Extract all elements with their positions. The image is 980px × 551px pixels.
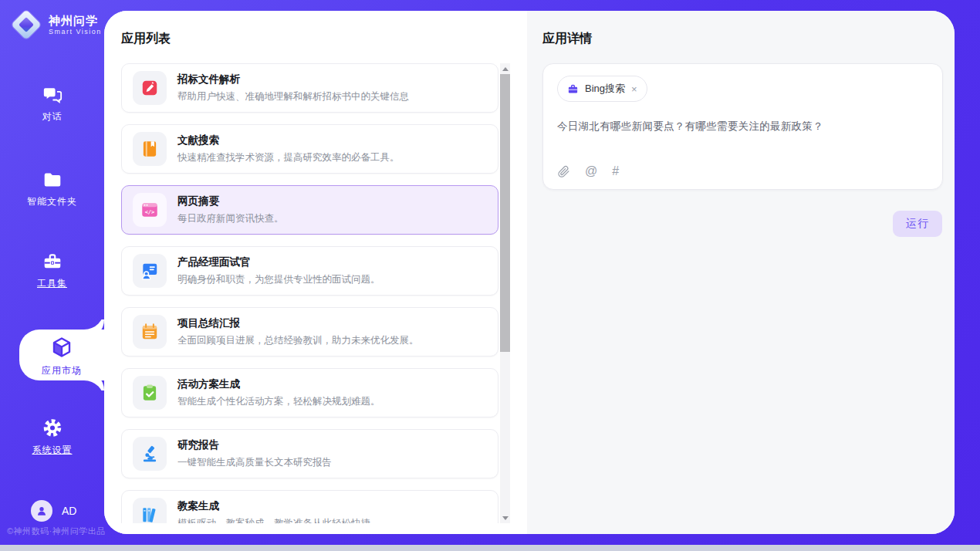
tag-close-icon[interactable]: × [631,84,637,94]
content-shell: 应用列表 招标文件解析 帮助用户快速、准确地理解和解析招标书中的关键信息 [104,11,955,534]
brand-name: 神州问学 [49,14,102,27]
user-initials: AD [62,505,76,517]
app-desc: 一键智能生成高质量长文本研究报告 [177,456,332,469]
page-bottom-strip [0,545,980,551]
chat-icon [42,85,63,105]
sidebar-item-label: 系统设置 [0,444,104,457]
app-card-web-summary[interactable]: </> 网页摘要 每日政府新闻资讯快查。 [121,185,498,235]
app-desc: 全面回顾项目进展，总结经验教训，助力未来优化发展。 [177,334,419,347]
mention-icon[interactable]: @ [585,164,597,178]
sidebar-item-label: 应用市场 [19,364,104,377]
brand-subtitle: Smart Vision [49,28,102,35]
browser-code-icon: </> [133,193,167,227]
book-icon [133,132,167,166]
app-card-pm-interviewer[interactable]: 产品经理面试官 明确身份和职责，为您提供专业性的面试问题。 [121,246,498,296]
sidebar-item-chat[interactable]: 对话 [0,85,104,123]
hashtag-icon[interactable]: # [612,164,619,178]
sidebar-item-label: 智能文件夹 [0,195,104,208]
sidebar-item-smart-folder[interactable]: 智能文件夹 [0,170,104,208]
query-input-text[interactable]: 今日湖北有哪些新闻要点？有哪些需要关注的最新政策？ [557,120,928,134]
app-title: 招标文件解析 [177,73,409,86]
app-title: 研究报告 [177,438,332,452]
avatar [31,500,52,522]
person-icon [35,505,48,517]
app-desc: 帮助用户快速、准确地理解和解析招标书中的关键信息 [177,90,409,103]
brand-logo: 神州问学 Smart Vision [10,8,102,41]
app-card-activity-plan[interactable]: 活动方案生成 智能生成个性化活动方案，轻松解决规划难题。 [121,368,498,417]
sidebar-item-toolset[interactable]: 工具集 [0,252,104,290]
toolbox-icon [42,252,63,272]
sidebar-item-app-market[interactable]: 应用市场 [19,330,104,380]
query-composer[interactable]: Bing搜索 × 今日湖北有哪些新闻要点？有哪些需要关注的最新政策？ @ # [542,63,943,190]
user-account[interactable]: AD [31,500,76,522]
app-title: 教案生成 [177,499,370,513]
app-detail-title: 应用详情 [542,31,943,47]
app-card-list: 招标文件解析 帮助用户快速、准确地理解和解析招标书中的关键信息 文献搜索 [121,63,498,523]
app-list-scrollbar[interactable] [500,63,510,523]
app-desc: 智能生成个性化活动方案，轻松解决规划难题。 [177,395,380,408]
sidebar-item-label: 工具集 [0,277,104,290]
svg-text:</>: </> [145,208,155,215]
tool-tag-label: Bing搜索 [585,82,625,96]
document-edit-icon [133,71,167,105]
paperclip-icon[interactable] [557,165,570,178]
app-desc: 快速精准查找学术资源，提高研究效率的必备工具。 [177,151,400,164]
sidebar: 神州问学 Smart Vision 对话 智能文件夹 [0,0,104,545]
app-card-lesson-plan[interactable]: 教案生成 模板驱动，教案秒成，教学准备从此轻松快捷 [121,490,498,523]
tool-tag-bing-search[interactable]: Bing搜索 × [557,76,647,102]
clipboard-check-icon [133,376,167,410]
sidebar-item-settings[interactable]: 系统设置 [0,417,104,457]
app-shell: 神州问学 Smart Vision 对话 智能文件夹 [0,0,980,545]
scroll-down-arrow-icon[interactable] [500,512,510,523]
gear-icon [42,417,63,438]
cube-icon [50,336,73,359]
books-icon [133,498,167,523]
app-list-panel: 应用列表 招标文件解析 帮助用户快速、准确地理解和解析招标书中的关键信息 [104,11,527,534]
sidebar-item-label: 对话 [0,110,104,123]
folder-icon [42,170,63,190]
app-desc: 模板驱动，教案秒成，教学准备从此轻松快捷 [177,517,370,523]
app-title: 活动方案生成 [177,377,380,391]
brand-diamond-icon [10,8,42,41]
app-title: 文献搜索 [177,134,400,147]
microscope-icon [133,437,167,471]
app-desc: 明确身份和职责，为您提供专业性的面试问题。 [177,273,380,286]
run-button[interactable]: 运行 [893,211,942,237]
app-title: 项目总结汇报 [177,316,419,330]
briefcase-icon [567,83,579,95]
app-list-title: 应用列表 [104,11,527,47]
calendar-report-icon [133,315,167,349]
app-detail-panel: 应用详情 Bing搜索 × 今日湖北有哪些新闻要点？有哪些需要关注的最新政策？ [527,11,955,534]
scrollbar-thumb[interactable] [500,74,510,352]
app-desc: 每日政府新闻资讯快查。 [177,212,284,225]
app-title: 网页摘要 [177,194,284,208]
presenter-icon [133,254,167,288]
app-card-research-report[interactable]: 研究报告 一键智能生成高质量长文本研究报告 [121,429,498,478]
app-card-project-summary[interactable]: 项目总结汇报 全面回顾项目进展，总结经验教训，助力未来优化发展。 [121,307,498,357]
app-title: 产品经理面试官 [177,255,380,269]
app-card-tender-parsing[interactable]: 招标文件解析 帮助用户快速、准确地理解和解析招标书中的关键信息 [121,63,498,113]
copyright-text: ©神州数码·神州问学出品 [7,526,106,537]
app-card-literature-search[interactable]: 文献搜索 快速精准查找学术资源，提高研究效率的必备工具。 [121,124,498,174]
scroll-up-arrow-icon[interactable] [500,63,510,74]
composer-toolbar: @ # [557,164,619,178]
